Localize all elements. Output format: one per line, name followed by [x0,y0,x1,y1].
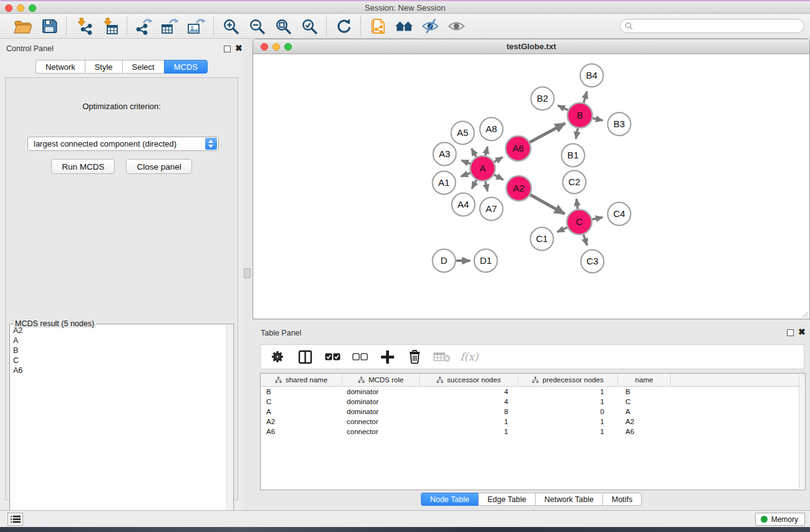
edge-A6-B[interactable] [530,123,566,142]
memory-button[interactable]: Memory [755,513,805,526]
edge-A-A1[interactable] [461,173,470,177]
edge-A-A8[interactable] [486,147,488,155]
graph-node-B3[interactable]: B3 [608,113,631,136]
graph-node-D1[interactable]: D1 [475,249,498,273]
result-list-item[interactable]: B [11,346,226,355]
table-scrollbar[interactable] [799,374,804,489]
tab-style[interactable]: Style [85,60,122,74]
tab-select[interactable]: Select [122,60,164,74]
result-list-item[interactable]: A [11,336,226,346]
graph-node-B2[interactable]: B2 [531,87,554,110]
column-header-name[interactable]: name [618,374,671,386]
search-input[interactable] [633,20,804,32]
import-network-button[interactable] [72,16,95,36]
tab-node-table[interactable]: Node Table [421,493,478,506]
graph-node-A4[interactable]: A4 [452,193,475,216]
save-session-button[interactable] [38,16,60,36]
select-all-checkboxes-button[interactable] [323,347,342,366]
task-history-button[interactable] [7,513,23,526]
edge-A-A5[interactable] [471,148,476,157]
column-header-shared-name[interactable]: shared name [261,374,342,386]
delete-column-button[interactable] [405,347,424,366]
edge-C-C2[interactable] [576,199,577,209]
edge-A-A3[interactable] [461,160,470,163]
edge-B-B1[interactable] [576,128,578,139]
table-row[interactable]: A6connector11A6 [261,427,805,437]
optimization-criterion-dropdown[interactable]: largest connected component (directed) [27,137,219,151]
eye-hide-button[interactable] [419,16,441,36]
home-button[interactable] [393,16,415,36]
graph-node-D[interactable]: D [433,249,456,273]
result-list-item[interactable]: A2 [11,326,226,336]
network-window-titlebar[interactable]: testGlobe.txt [253,39,809,54]
edge-A-A2[interactable] [494,175,503,180]
run-mcds-button[interactable]: Run MCDS [51,159,115,174]
graph-node-A3[interactable]: A3 [433,143,456,166]
zoom-fit-button[interactable] [272,16,294,36]
graph-node-B[interactable]: B [567,103,592,128]
graph-node-A5[interactable]: A5 [451,122,475,145]
edge-A2-C[interactable] [530,195,564,214]
search-field[interactable] [620,19,804,33]
edge-C-C3[interactable] [584,235,587,246]
tab-network-table[interactable]: Network Table [535,493,602,506]
graph-node-C4[interactable]: C4 [608,203,631,226]
graph-node-B1[interactable]: B1 [562,144,585,167]
tab-mcds[interactable]: MCDS [164,60,208,74]
edge-B-B2[interactable] [558,105,568,110]
table-float-panel-icon[interactable] [787,329,794,336]
edge-B-B4[interactable] [584,92,587,103]
export-network-button[interactable] [133,16,155,36]
add-column-button[interactable] [378,347,397,366]
table-close-panel-icon[interactable]: ✖ [798,327,806,336]
edge-C-C1[interactable] [557,228,567,232]
graph-node-A7[interactable]: A7 [480,198,503,221]
split-columns-button[interactable] [296,347,314,366]
column-header-predecessor-nodes[interactable]: predecessor nodes [518,374,618,386]
network-canvas[interactable]: B4B2BB3A8A5A6A3B1AC2A1A2A4A7C4CC1DD1C3 [254,55,809,319]
result-list-item[interactable]: A6 [11,365,226,375]
table-settings-button[interactable] [268,347,287,366]
resize-grip-icon[interactable] [801,311,809,318]
zoom-out-button[interactable] [246,16,268,36]
close-panel-button[interactable]: Close panel [126,159,191,174]
edge-A-A6[interactable] [494,157,503,162]
edge-A-A4[interactable] [472,180,476,189]
graph-node-C2[interactable]: C2 [563,171,586,194]
table-row[interactable]: Bdominator41B [261,387,805,397]
tab-network[interactable]: Network [36,60,85,74]
tab-motifs[interactable]: Motifs [602,493,642,506]
eye-show-button[interactable] [445,16,468,36]
edge-C-C4[interactable] [592,217,603,219]
delete-table-button[interactable] [433,347,451,366]
result-list-item[interactable]: C [11,355,226,365]
zoom-selected-button[interactable] [298,16,321,36]
import-table-button[interactable] [99,16,121,36]
edge-A-A7[interactable] [485,181,487,191]
graph-node-C[interactable]: C [567,210,592,235]
graph-node-A[interactable]: A [470,156,495,181]
table-row[interactable]: A2connector11A2 [261,417,805,427]
table-row[interactable]: Adominator80A [261,407,805,417]
graph-node-A1[interactable]: A1 [433,172,456,195]
network-graph[interactable]: B4B2BB3A8A5A6A3B1AC2A1A2A4A7C4CC1DD1C3 [254,55,809,319]
column-header-successor-nodes[interactable]: successor nodes [420,374,518,386]
table-row[interactable]: Cdominator41C [261,397,805,407]
export-table-button[interactable] [159,16,181,36]
graph-node-A6[interactable]: A6 [506,136,531,161]
clear-checkboxes-button[interactable] [350,347,369,366]
graph-node-B4[interactable]: B4 [581,64,604,87]
export-image-button[interactable] [185,16,208,36]
network-file-button[interactable] [367,16,389,36]
open-session-button[interactable] [12,16,34,36]
panel-divider-grip[interactable] [244,268,251,278]
graph-node-A2[interactable]: A2 [506,176,531,201]
refresh-button[interactable] [332,16,355,36]
zoom-in-button[interactable] [219,16,242,36]
graph-node-C1[interactable]: C1 [531,228,554,251]
result-scrollbar[interactable] [226,325,233,532]
edge-B-B3[interactable] [592,118,602,121]
graph-node-A8[interactable]: A8 [480,118,503,141]
float-panel-icon[interactable] [224,46,231,52]
graph-node-C3[interactable]: C3 [581,250,604,273]
